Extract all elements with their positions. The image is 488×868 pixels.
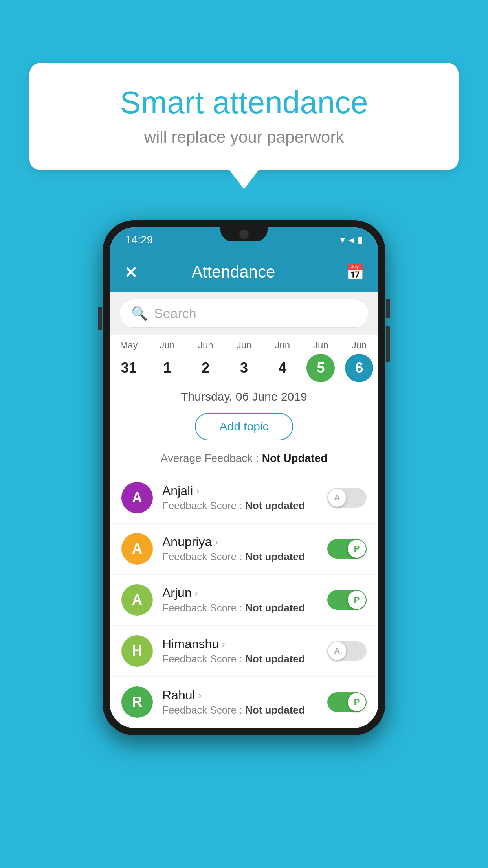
student-feedback: Feedback Score : Not updated bbox=[162, 500, 318, 512]
student-avatar: A bbox=[121, 584, 153, 616]
student-name: Rahul › bbox=[162, 688, 318, 702]
attendance-toggle[interactable]: A bbox=[327, 641, 367, 661]
student-feedback: Feedback Score : Not updated bbox=[162, 704, 318, 716]
student-info: Anjali ›Feedback Score : Not updated bbox=[162, 484, 318, 512]
student-item-0[interactable]: AAnjali ›Feedback Score : Not updatedA bbox=[110, 473, 378, 523]
attendance-toggle[interactable]: P bbox=[327, 692, 367, 712]
feedback-value: Not updated bbox=[245, 551, 305, 563]
search-container: 🔍 Search bbox=[110, 292, 378, 335]
wifi-icon: ▾ bbox=[340, 234, 345, 245]
chevron-right-icon: › bbox=[196, 485, 199, 497]
calendar-col-0[interactable]: May31 bbox=[110, 340, 148, 382]
signal-icon: ◂ bbox=[349, 234, 354, 245]
phone-device: 14:29 ▾ ◂ ▮ ✕ Attendance 📅 🔍 Search bbox=[103, 220, 385, 735]
toggle-switch[interactable]: P bbox=[327, 539, 367, 559]
toggle-knob: A bbox=[328, 642, 346, 660]
toggle-switch[interactable]: A bbox=[327, 488, 367, 508]
cal-date[interactable]: 4 bbox=[268, 354, 297, 382]
cal-month: Jun bbox=[237, 340, 252, 351]
feedback-avg-value: Not Updated bbox=[262, 452, 327, 464]
header-title: Attendance bbox=[121, 263, 346, 281]
cal-month: Jun bbox=[352, 340, 367, 351]
toggle-switch[interactable]: A bbox=[327, 641, 367, 661]
toggle-knob: P bbox=[348, 540, 366, 558]
student-avatar: A bbox=[121, 482, 153, 513]
phone-camera bbox=[239, 230, 249, 239]
cal-date[interactable]: 1 bbox=[153, 354, 182, 382]
status-time: 14:29 bbox=[125, 234, 153, 246]
calendar-row: May31Jun1Jun2Jun3Jun4Jun5Jun6 bbox=[110, 335, 378, 382]
calendar-col-1[interactable]: Jun1 bbox=[148, 340, 187, 382]
search-icon: 🔍 bbox=[131, 305, 148, 321]
student-avatar: A bbox=[121, 533, 153, 565]
toggle-knob: P bbox=[348, 591, 366, 609]
app-header: ✕ Attendance 📅 bbox=[110, 252, 378, 292]
phone-volume-button bbox=[98, 307, 102, 330]
calendar-icon[interactable]: 📅 bbox=[346, 263, 364, 281]
student-avatar: H bbox=[121, 635, 153, 667]
calendar-col-2[interactable]: Jun2 bbox=[186, 340, 225, 382]
student-info: Anupriya ›Feedback Score : Not updated bbox=[162, 535, 318, 563]
calendar-col-3[interactable]: Jun3 bbox=[225, 340, 263, 382]
calendar-col-6[interactable]: Jun6 bbox=[340, 340, 378, 382]
toggle-switch[interactable]: P bbox=[327, 590, 367, 610]
search-input[interactable]: Search bbox=[154, 306, 196, 321]
phone-power-button bbox=[386, 299, 390, 318]
phone-screen: 14:29 ▾ ◂ ▮ ✕ Attendance 📅 🔍 Search bbox=[110, 227, 378, 728]
bubble-title: Smart attendance bbox=[53, 85, 435, 121]
selected-date-label: Thursday, 06 June 2019 bbox=[110, 382, 378, 407]
student-info: Arjun ›Feedback Score : Not updated bbox=[162, 586, 318, 614]
student-item-4[interactable]: RRahul ›Feedback Score : Not updatedP bbox=[110, 677, 378, 727]
feedback-value: Not updated bbox=[245, 653, 305, 665]
attendance-toggle[interactable]: P bbox=[327, 539, 367, 559]
bubble-subtitle: will replace your paperwork bbox=[53, 128, 435, 147]
cal-date[interactable]: 2 bbox=[191, 354, 220, 382]
student-info: Himanshu ›Feedback Score : Not updated bbox=[162, 637, 318, 665]
student-info: Rahul ›Feedback Score : Not updated bbox=[162, 688, 318, 716]
feedback-avg-label: Average Feedback : bbox=[161, 452, 259, 464]
calendar-col-4[interactable]: Jun4 bbox=[263, 340, 302, 382]
phone-wrapper: 14:29 ▾ ◂ ▮ ✕ Attendance 📅 🔍 Search bbox=[103, 220, 385, 735]
feedback-value: Not updated bbox=[245, 500, 305, 511]
attendance-toggle[interactable]: P bbox=[327, 590, 367, 610]
chevron-right-icon: › bbox=[215, 537, 218, 548]
chevron-right-icon: › bbox=[222, 639, 225, 650]
battery-icon: ▮ bbox=[358, 234, 363, 245]
student-item-1[interactable]: AAnupriya ›Feedback Score : Not updatedP bbox=[110, 524, 378, 574]
student-name: Arjun › bbox=[162, 586, 318, 600]
cal-date[interactable]: 6 bbox=[345, 354, 373, 382]
student-feedback: Feedback Score : Not updated bbox=[162, 653, 318, 665]
calendar-col-5[interactable]: Jun5 bbox=[302, 340, 340, 382]
student-list: AAnjali ›Feedback Score : Not updatedAAA… bbox=[110, 473, 378, 727]
speech-bubble-wrapper: Smart attendance will replace your paper… bbox=[29, 63, 459, 170]
cal-month: Jun bbox=[313, 340, 328, 351]
cal-month: Jun bbox=[198, 340, 213, 351]
toggle-switch[interactable]: P bbox=[327, 692, 367, 712]
toggle-knob: A bbox=[328, 489, 346, 507]
cal-date[interactable]: 31 bbox=[115, 354, 143, 382]
student-feedback: Feedback Score : Not updated bbox=[162, 551, 318, 563]
speech-bubble: Smart attendance will replace your paper… bbox=[29, 63, 459, 170]
phone-notch bbox=[220, 227, 268, 241]
student-item-3[interactable]: HHimanshu ›Feedback Score : Not updatedA bbox=[110, 626, 378, 676]
feedback-value: Not updated bbox=[245, 602, 305, 614]
phone-volume-down-button bbox=[386, 326, 390, 362]
cal-date[interactable]: 3 bbox=[230, 354, 258, 382]
chevron-right-icon: › bbox=[198, 690, 202, 701]
student-name: Anjali › bbox=[162, 484, 318, 498]
cal-month: May bbox=[120, 340, 138, 351]
search-bar[interactable]: 🔍 Search bbox=[119, 299, 369, 328]
chevron-right-icon: › bbox=[195, 588, 198, 599]
student-feedback: Feedback Score : Not updated bbox=[162, 602, 318, 614]
attendance-toggle[interactable]: A bbox=[327, 488, 367, 508]
student-name: Anupriya › bbox=[162, 535, 318, 549]
cal-date[interactable]: 5 bbox=[306, 354, 335, 382]
status-icons: ▾ ◂ ▮ bbox=[340, 234, 363, 245]
feedback-average: Average Feedback : Not Updated bbox=[110, 452, 378, 473]
add-topic-button[interactable]: Add topic bbox=[195, 413, 293, 440]
cal-month: Jun bbox=[160, 340, 175, 351]
feedback-value: Not updated bbox=[245, 704, 305, 716]
student-name: Himanshu › bbox=[162, 637, 318, 651]
student-item-2[interactable]: AArjun ›Feedback Score : Not updatedP bbox=[110, 575, 378, 625]
cal-month: Jun bbox=[275, 340, 290, 351]
